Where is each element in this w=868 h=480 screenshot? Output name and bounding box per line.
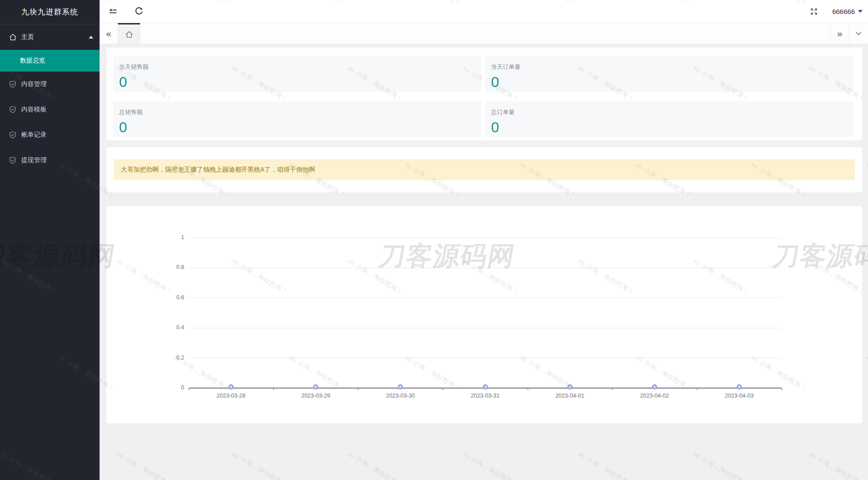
home-icon [125,31,133,38]
x-axis-tick [273,388,274,390]
menu-fold-icon [109,8,117,15]
x-axis-tick-label: 2023-03-29 [289,393,343,399]
x-axis-tick-label: 2023-04-02 [627,393,682,399]
chart-grid-line [189,238,782,238]
x-axis-tick [612,388,613,390]
stat-value: 0 [491,120,853,134]
shield-check-icon [9,106,17,114]
sidebar-menu: 主页 数据总览 内容管理 内容模板 [0,24,100,173]
stat-card-total-orders: 总订单量 0 [485,101,853,137]
home-icon [9,34,17,41]
x-axis-tick-label: 2023-04-03 [712,393,766,399]
refresh-icon [135,7,143,15]
sidebar-item-home[interactable]: 主页 [0,24,100,50]
stat-label: 总销售额 [119,108,481,116]
fullscreen-icon [810,8,818,15]
collapse-sidebar-button[interactable] [100,0,126,23]
x-axis-tick-label: 2023-04-01 [543,393,597,399]
chevron-up-icon [89,36,93,38]
x-axis-tick [528,388,528,390]
shield-check-icon [9,157,17,164]
sidebar-item-withdraw-manage[interactable]: 提现管理 [0,148,100,173]
sidebar-item-label: 提现管理 [21,156,47,164]
y-axis-tick-label: 1 [157,234,184,240]
x-axis-tick [443,388,443,390]
data-point-label: 0 [476,384,494,389]
data-point-label: 0 [391,384,410,389]
stat-label: 当天销售额 [119,63,481,71]
sidebar-item-bill-records[interactable]: 帐单记录 [0,122,100,148]
chart-grid-line [189,328,782,328]
stats-panel: 当天销售额 0 当天订单量 0 总销售额 0 总订单量 0 [106,48,862,140]
tab-home[interactable] [118,23,140,44]
shield-check-icon [9,131,17,139]
chevron-down-icon [856,32,862,35]
main-area: 666666 « » [100,0,868,480]
data-point-label: 0 [561,384,579,389]
data-point-label: 0 [730,384,748,389]
x-axis-tick-label: 2023-03-31 [458,393,512,399]
x-axis-tick-label: 2023-03-28 [204,393,258,399]
top-header: 666666 [100,0,868,23]
y-axis-tick-label: 0.6 [157,294,184,301]
double-chevron-right-icon: » [837,28,843,39]
double-chevron-left-icon: « [106,28,111,39]
username: 666666 [832,8,855,15]
tabs-scroll-right-button[interactable]: » [830,23,849,44]
app-title: 九块九进群系统 [0,0,100,24]
sidebar-item-label: 数据总览 [20,57,45,65]
stat-label: 总订单量 [491,108,853,116]
stat-value: 0 [491,75,853,89]
sidebar-item-content-template[interactable]: 内容模板 [0,97,100,122]
header-right: 666666 [804,0,868,23]
stat-card-today-sales: 当天销售额 0 [113,56,481,92]
sidebar: 九块九进群系统 主页 数据总览 内容管理 [0,0,100,480]
notice-banner: 大哥加把劲啊，隔壁老王赚了钱晚上蹦迪都开黑桃A了，咱得干倒他啊 [114,159,855,180]
x-axis-tick [358,388,358,390]
stat-label: 当天订单量 [491,63,853,71]
sidebar-item-label: 内容模板 [21,106,47,114]
stat-card-total-sales: 总销售额 0 [113,101,481,137]
tab-options-button[interactable] [849,23,868,44]
stat-card-today-orders: 当天订单量 0 [485,56,853,92]
sidebar-item-data-overview[interactable]: 数据总览 [0,50,100,72]
content-area: 当天销售额 0 当天订单量 0 总销售额 0 总订单量 0 大哥加把劲啊，隔壁老… [100,44,868,480]
chart-grid-line [189,358,782,358]
chart-panel: 00.20.40.60.812023-03-282023-03-292023-0… [106,206,862,423]
sidebar-item-label: 帐单记录 [21,131,47,139]
refresh-button[interactable] [126,0,152,23]
data-point-label: 0 [645,384,663,389]
x-axis-tick [782,388,782,390]
shield-check-icon [9,81,17,88]
user-dropdown[interactable]: 666666 [832,8,863,15]
y-axis-tick-label: 0 [157,384,184,391]
tabbar-controls: » [830,23,868,44]
x-axis-tick [189,388,189,390]
stat-value: 0 [119,75,481,89]
sidebar-item-content-manage[interactable]: 内容管理 [0,72,100,97]
y-axis-tick-label: 0.2 [157,355,184,361]
x-axis-tick-label: 2023-03-30 [373,393,428,399]
x-axis-tick [697,388,697,390]
tabs-scroll-left-button[interactable]: « [100,23,118,44]
caret-down-icon [858,10,863,13]
notice-text: 大哥加把劲啊，隔壁老王赚了钱晚上蹦迪都开黑桃A了，咱得干倒他啊 [121,166,315,174]
notice-panel: 大哥加把劲啊，隔壁老王赚了钱晚上蹦迪都开黑桃A了，咱得干倒他啊 [106,147,862,192]
y-axis-tick-label: 0.4 [157,324,184,331]
data-point-label: 0 [222,384,240,389]
sidebar-item-label: 主页 [21,33,34,41]
sidebar-item-label: 内容管理 [21,80,47,88]
y-axis-tick-label: 0.8 [157,264,184,270]
chart-grid-line [189,298,782,298]
line-chart: 00.20.40.60.812023-03-282023-03-292023-0… [106,206,862,423]
chart-grid-line [189,268,782,268]
tab-bar: « » [100,23,868,44]
fullscreen-button[interactable] [804,0,824,23]
data-point-label: 0 [307,384,325,389]
stat-value: 0 [119,120,481,134]
